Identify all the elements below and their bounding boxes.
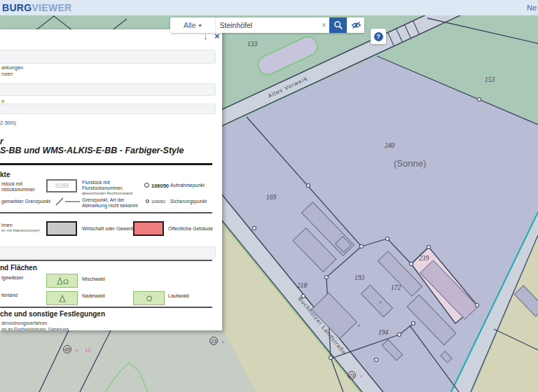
brand-light: VIEWER (32, 2, 71, 13)
legend-text: Nadelwald (82, 293, 105, 298)
clear-search-icon[interactable]: × (319, 18, 330, 33)
parcel-label: 194 (378, 329, 389, 336)
app-header: BURGVIEWER Ne (0, 0, 538, 15)
toggle-results-button[interactable] (347, 18, 364, 33)
parcel-label: 169 (266, 194, 277, 201)
search-category-dropdown[interactable]: Alle ▾ (170, 18, 216, 33)
svg-text:12: 12 (85, 347, 91, 354)
legend-text: denordnungsverfahren (1, 321, 47, 326)
legend-text: rstück mit (1, 181, 22, 187)
mixed-forest-icon (55, 276, 70, 286)
search-bar: Alle ▾ × (170, 18, 364, 33)
deciduous-icon (146, 295, 153, 302)
svg-text:×: × (75, 347, 78, 354)
accordion-bar-2[interactable] (0, 83, 216, 96)
chevron-down-icon: ▾ (199, 22, 202, 29)
boundary-point-icon (55, 196, 81, 206)
help-button[interactable]: ? (371, 29, 386, 44)
legend-text: er mit Hausnummer) (1, 228, 40, 232)
conifer-forest-swatch (46, 291, 78, 305)
legend-text: lgewässer (1, 275, 24, 281)
divider (0, 307, 212, 308)
legend-text: Laubwald (168, 293, 189, 298)
legend-text: gemarkter Grenzpunkt (1, 199, 50, 204)
legend-text: Grenzpunkt, Art der (82, 197, 125, 203)
legend-title-line1: r (0, 136, 4, 146)
divider (0, 260, 212, 261)
question-mark-icon: ? (374, 32, 383, 41)
layer-label-fragment: arkungen (1, 64, 23, 71)
eye-slash-icon (351, 21, 361, 29)
parcel-label: 172 (391, 284, 401, 291)
brand-bold: BURG (2, 2, 32, 13)
commercial-building-swatch (46, 221, 77, 236)
legend-text: Mischwald (82, 276, 105, 281)
legend-text: abweichender Rechtszustand (82, 191, 132, 195)
accordion-bar-4[interactable] (0, 246, 216, 259)
app-logo: BURGVIEWER (2, 2, 71, 13)
svg-text:23: 23 (211, 339, 216, 344)
legend-text: hnen (1, 223, 13, 228)
search-category-label: Alle (184, 21, 196, 29)
legend-text: Abmarkung nicht bekannt (82, 203, 137, 209)
parcel-label: 240 (385, 142, 395, 149)
legend-text: fenland (1, 293, 18, 298)
scale-link[interactable]: 2.500) (0, 120, 16, 126)
svg-text:×: × (359, 373, 363, 379)
svg-text:45: 45 (64, 347, 70, 352)
public-building-swatch (133, 221, 164, 236)
svg-text:×: × (221, 339, 225, 345)
section-heading-points: kte (0, 171, 10, 178)
parcel-label: 218 (297, 282, 308, 289)
legend-text: ag an Flurbereinigung, Sanierung (1, 327, 69, 330)
search-icon (333, 20, 343, 30)
place-label: (Sonne) (394, 158, 426, 169)
parcel-label: 239 (419, 255, 429, 262)
conifer-icon (58, 294, 67, 303)
accordion-bar-1[interactable] (0, 50, 216, 64)
legend-text: rstücksnummer (1, 187, 35, 192)
legend-text: 106050 (151, 183, 169, 189)
legend-text: Aufnahmepunkt (170, 183, 205, 188)
search-input[interactable] (216, 18, 319, 33)
house-number: 4 (357, 323, 360, 328)
legend-text: Flurstück mit (82, 180, 110, 186)
security-point-icon (146, 200, 149, 203)
legend-text: Öffentliche Gebäude (168, 226, 213, 231)
parcel-label: 193 (354, 274, 365, 281)
legend-text: Flurstücksnummer, (82, 186, 123, 191)
legend-text: Sicherungspunkt (170, 199, 207, 204)
section-heading-legal: che und sonstige Festlegungen (0, 310, 105, 318)
svg-text:23: 23 (349, 373, 354, 378)
parcel-label: 153 (485, 76, 495, 83)
legend-text: Wirtschaft oder Gewerbe (82, 226, 136, 231)
section-heading-areas: nd Flächen (0, 264, 37, 272)
parcel-number-sample-box: 3289 (46, 179, 77, 192)
legend-title-line2: S-BB und WMS-ALKIS-E-BB - Farbiger-Style (0, 146, 184, 155)
accordion-bar-3[interactable] (0, 104, 216, 114)
house-number: 3 (378, 300, 382, 305)
layer-label-fragment: nzen (1, 71, 13, 77)
deciduous-forest-swatch (133, 291, 165, 305)
search-button[interactable] (329, 18, 347, 33)
divider-thick (0, 163, 212, 165)
header-link[interactable]: Ne (527, 4, 537, 12)
divider (0, 212, 212, 214)
legend-panel: ↓ × arkungen nzen n 2.500) r S-BB und WM… (0, 29, 222, 330)
mixed-forest-swatch (46, 274, 78, 288)
parcel-label: 133 (247, 41, 258, 48)
survey-point-icon (144, 183, 149, 188)
legend-text: 106050 (151, 200, 165, 204)
